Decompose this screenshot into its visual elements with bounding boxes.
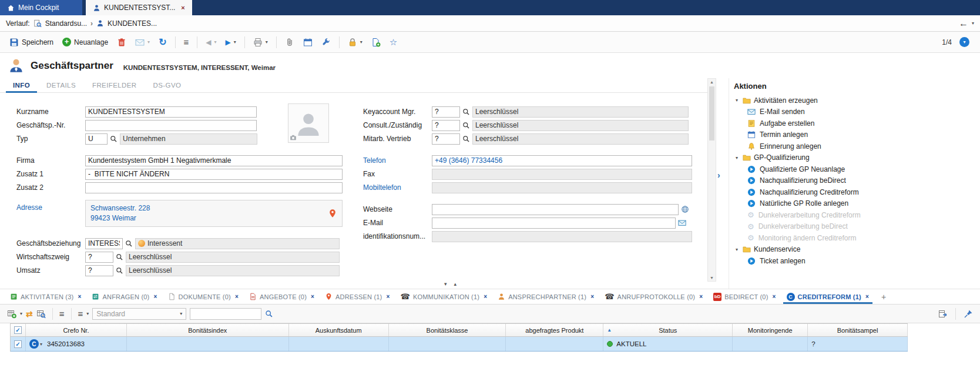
close-tab-icon[interactable]: × — [235, 293, 239, 300]
transfer-icon[interactable]: ⇄ — [26, 309, 33, 319]
tab-details[interactable]: DETAILS — [38, 78, 84, 92]
history-dropdown-icon[interactable]: ▾ — [972, 21, 974, 26]
tab-kundentestsystem[interactable]: KUNDENTESTSYST... × — [86, 0, 192, 15]
typ-code-input[interactable] — [85, 133, 108, 145]
action-nachqualifizierung-creditreform[interactable]: Nachqualifizierung Creditreform — [729, 186, 980, 198]
lookup-icon[interactable] — [462, 108, 470, 116]
action-group-kundenservice[interactable]: ▾ Kundenservice — [729, 244, 980, 256]
lookup-icon[interactable] — [110, 135, 118, 143]
next-record-button[interactable]: ▶ ▾ — [222, 35, 240, 50]
new-record-button[interactable]: + Neuanlage — [59, 35, 112, 50]
col-crefo-nr[interactable]: Crefo Nr. — [26, 324, 127, 336]
search-icon[interactable] — [265, 310, 273, 318]
row-select-cell[interactable]: ✓ — [11, 337, 26, 351]
print-button[interactable]: ▾ — [250, 35, 271, 50]
view-options-icon[interactable]: ≡ — [78, 309, 83, 319]
geschaeftsbeziehung-code-input[interactable] — [85, 238, 123, 249]
tab-info[interactable]: INFO — [5, 78, 38, 92]
close-tab-icon[interactable]: × — [181, 4, 184, 11]
close-tab-icon[interactable]: × — [78, 293, 81, 300]
collapse-down-icon[interactable]: ▾ — [444, 281, 447, 287]
zusatz2-input[interactable] — [85, 182, 343, 193]
col-select[interactable]: ✓ — [11, 324, 26, 336]
tab-dsgvo[interactable]: DS-GVO — [145, 78, 190, 92]
scroll-down-icon[interactable]: ▼ — [708, 276, 716, 280]
delete-button[interactable] — [113, 35, 130, 50]
col-bonitaetsklasse[interactable]: Bonitätsklasse — [389, 324, 506, 336]
collapse-controls[interactable]: ▾▴ — [441, 279, 460, 287]
history-back-icon[interactable]: ← — [959, 18, 968, 29]
export-icon[interactable] — [938, 309, 948, 319]
select-all-checkbox[interactable]: ✓ — [14, 326, 22, 334]
bottom-tab-kommunikation[interactable]: ☎ KOMMUNIKATION (1) × — [395, 289, 493, 304]
zusatz1-input[interactable] — [85, 169, 343, 180]
identifikationsnummer-input[interactable] — [432, 231, 692, 242]
menu-button[interactable]: ≡ — [180, 35, 193, 50]
send-button[interactable]: ▾ — [132, 35, 153, 50]
lookup-icon[interactable] — [125, 240, 133, 247]
fax-input[interactable] — [432, 169, 692, 180]
previous-record-button[interactable]: ◀ ▾ — [202, 35, 220, 50]
email-icon[interactable] — [678, 219, 686, 227]
action-erinnerung-anlegen[interactable]: Erinnerung anlegen — [729, 141, 980, 152]
favorite-button[interactable]: ☆ — [386, 35, 401, 50]
panel-expander-icon[interactable]: › — [717, 170, 720, 180]
tab-freifelder[interactable]: FREIFELDER — [84, 78, 145, 92]
action-nachqualifizierung-bedirect[interactable]: Nachqualifizierung beDirect — [729, 175, 980, 187]
form-scrollbar[interactable]: ▲ ▼ — [707, 78, 716, 282]
adresse-line2[interactable]: 99423 Weimar — [90, 213, 328, 223]
close-tab-icon[interactable]: × — [699, 293, 703, 300]
close-tab-icon[interactable]: × — [590, 293, 594, 300]
adresse-line1[interactable]: Schwanseestr. 228 — [90, 203, 328, 213]
lookup-icon[interactable] — [116, 253, 123, 261]
add-tab-button[interactable]: + — [874, 289, 893, 304]
bottom-tab-aktivitaeten[interactable]: AKTIVITÄTEN (3) × — [5, 289, 86, 304]
refresh-button[interactable]: ↻ — [155, 35, 170, 50]
lookup-icon[interactable] — [462, 135, 470, 143]
pin-icon[interactable] — [964, 309, 973, 319]
history-item-kundentestsystem[interactable]: KUNDENTES... — [108, 19, 157, 28]
scroll-up-icon[interactable]: ▲ — [708, 80, 716, 84]
umsatz-code-input[interactable] — [85, 265, 113, 276]
creditreform-icon[interactable]: C — [29, 339, 39, 349]
bottom-tab-bedirect[interactable]: bD BEDIRECT (0) × — [708, 289, 781, 304]
action-group-gp-qualifizierung[interactable]: ▾ GP-Qualifizierung — [729, 152, 980, 164]
table-row[interactable]: ✓ C ▾ 3452013683 AKTUELL ? — [10, 337, 908, 352]
search-in-list-icon[interactable] — [36, 309, 46, 319]
action-group-aktivitaeten[interactable]: ▾ Aktivitäten erzeugen — [729, 95, 980, 106]
timeline-button[interactable] — [300, 35, 316, 50]
col-bonitaetsindex[interactable]: Bonitätsindex — [127, 324, 289, 336]
grid-search-input[interactable] — [190, 308, 261, 320]
add-record-icon[interactable] — [7, 309, 16, 319]
tools-button[interactable] — [318, 35, 334, 50]
bottom-tab-creditreform[interactable]: C CREDITREFORM (1) × — [781, 289, 874, 304]
cell-crefo-nr[interactable]: C ▾ 3452013683 — [26, 337, 127, 351]
adresse-block[interactable]: Schwanseestr. 228 99423 Weimar — [85, 200, 343, 227]
globe-icon[interactable] — [681, 205, 689, 213]
action-email-senden[interactable]: E-Mail senden — [729, 106, 980, 118]
new-linked-document-button[interactable] — [368, 35, 384, 50]
telefon-input[interactable] — [432, 155, 692, 166]
view-options-dropdown-icon[interactable]: ▾ — [86, 311, 89, 316]
attachment-button[interactable] — [281, 35, 298, 50]
close-tab-icon[interactable]: × — [773, 293, 776, 300]
col-abgefragtes-produkt[interactable]: abgefragtes Produkt — [506, 324, 603, 336]
grid-menu-icon[interactable]: ≡ — [59, 309, 65, 319]
firma-input[interactable] — [85, 155, 343, 166]
col-bonitaetsampel[interactable]: Bonitätsampel — [808, 324, 908, 336]
mobiltelefon-label[interactable]: Mobiltelefon — [363, 183, 432, 192]
history-item-standardsuche[interactable]: Standardsu... — [45, 19, 87, 28]
close-tab-icon[interactable]: × — [484, 293, 487, 300]
close-tab-icon[interactable]: × — [153, 293, 157, 300]
action-aufgabe-erstellen[interactable]: Aufgabe erstellen — [729, 118, 980, 129]
consult-code-input[interactable] — [432, 120, 460, 131]
wirtschaftszweig-code-input[interactable] — [85, 252, 113, 263]
mobiltelefon-input[interactable] — [432, 182, 692, 193]
collapse-up-icon[interactable]: ▴ — [454, 281, 457, 287]
kurzname-input[interactable] — [85, 106, 257, 118]
save-button[interactable]: Speichern — [6, 35, 57, 50]
permissions-button[interactable]: ▾ — [344, 35, 366, 50]
bottom-tab-anrufprotokolle[interactable]: ☎ ANRUFPROTOKOLLE (0) × — [599, 289, 708, 304]
bottom-tab-ansprechpartner[interactable]: ANSPRECHPARTNER (1) × — [492, 289, 599, 304]
bottom-tab-angebote[interactable]: ANGEBOTE (0) × — [244, 289, 320, 304]
